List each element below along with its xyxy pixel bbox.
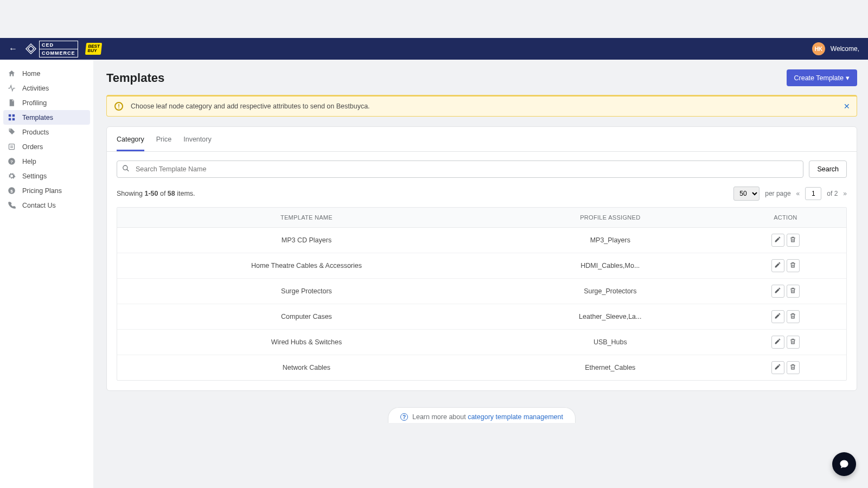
table-row: Compact Digital CamerasPoint_and_Shoot_.… bbox=[117, 381, 846, 381]
delete-button[interactable] bbox=[787, 361, 800, 374]
edit-button[interactable] bbox=[771, 361, 784, 374]
svg-line-10 bbox=[127, 170, 129, 171]
column-header: PROFILE ASSIGNED bbox=[496, 208, 725, 228]
sidebar-item-label: Templates bbox=[22, 114, 53, 121]
warning-icon: ! bbox=[114, 102, 123, 111]
svg-rect-1 bbox=[12, 114, 15, 117]
pencil-icon bbox=[774, 287, 781, 296]
sidebar-item-settings[interactable]: Settings bbox=[0, 169, 93, 183]
create-template-button[interactable]: Create Template ▾ bbox=[787, 69, 858, 86]
sidebar-item-label: Settings bbox=[22, 172, 47, 180]
avatar[interactable]: HK bbox=[812, 42, 825, 55]
edit-button[interactable] bbox=[771, 336, 784, 349]
pencil-icon bbox=[774, 312, 781, 321]
delete-button[interactable] bbox=[787, 336, 800, 349]
orders-icon bbox=[8, 143, 16, 151]
cell-profile: Leather_Sleeve,La... bbox=[496, 304, 725, 330]
tab-category[interactable]: Category bbox=[117, 136, 144, 151]
svg-rect-3 bbox=[12, 118, 15, 120]
cell-template-name: MP3 CD Players bbox=[117, 228, 496, 253]
cell-template-name: Computer Cases bbox=[117, 304, 496, 330]
sidebar-item-products[interactable]: Products bbox=[0, 125, 93, 139]
page-next-icon[interactable]: » bbox=[843, 190, 847, 197]
pencil-icon bbox=[774, 236, 781, 245]
svg-rect-0 bbox=[9, 114, 11, 117]
edit-button[interactable] bbox=[771, 234, 784, 247]
search-button[interactable]: Search bbox=[809, 160, 847, 178]
sidebar-item-label: Products bbox=[22, 129, 49, 136]
page-input[interactable] bbox=[805, 187, 821, 200]
page-prev-icon[interactable]: « bbox=[796, 190, 800, 197]
sidebar-item-activities[interactable]: Activities bbox=[0, 81, 93, 95]
edit-button[interactable] bbox=[771, 259, 784, 272]
tabs: CategoryPriceInventory bbox=[107, 127, 857, 152]
table-row: Computer CasesLeather_Sleeve,La... bbox=[117, 304, 846, 330]
sidebar-item-pricing-plans[interactable]: $Pricing Plans bbox=[0, 183, 93, 198]
delete-button[interactable] bbox=[787, 310, 800, 323]
tag-icon bbox=[8, 128, 16, 136]
phone-icon bbox=[8, 201, 16, 209]
cell-profile: MP3_Players bbox=[496, 228, 725, 253]
sidebar-item-help[interactable]: ?Help bbox=[0, 154, 93, 169]
table-row: Surge ProtectorsSurge_Protectors bbox=[117, 279, 846, 304]
tab-price[interactable]: Price bbox=[156, 136, 171, 151]
profile-icon bbox=[8, 99, 16, 107]
svg-text:?: ? bbox=[10, 159, 13, 164]
table-scroll[interactable]: TEMPLATE NAMEPROFILE ASSIGNEDACTION MP3 … bbox=[117, 207, 847, 381]
pencil-icon bbox=[774, 261, 781, 270]
search-icon bbox=[122, 165, 130, 174]
sidebar-item-home[interactable]: Home bbox=[0, 66, 93, 81]
learn-more-link[interactable]: category template management bbox=[468, 413, 563, 421]
per-page-select[interactable]: 50 bbox=[733, 187, 760, 201]
info-icon: ? bbox=[400, 413, 408, 421]
activity-icon bbox=[8, 84, 16, 92]
trash-icon bbox=[789, 261, 796, 270]
trash-icon bbox=[789, 236, 796, 245]
pencil-icon bbox=[774, 338, 781, 346]
delete-button[interactable] bbox=[787, 259, 800, 272]
svg-rect-2 bbox=[9, 118, 11, 120]
trash-icon bbox=[789, 363, 796, 372]
delete-button[interactable] bbox=[787, 234, 800, 247]
chat-fab[interactable] bbox=[832, 452, 856, 476]
search-box bbox=[117, 160, 803, 178]
create-template-label: Create Template bbox=[794, 74, 844, 82]
brand-logo-ced: CED COMMERCE bbox=[25, 41, 78, 57]
help-icon: ? bbox=[8, 157, 16, 165]
back-arrow-icon[interactable]: ← bbox=[9, 44, 17, 54]
welcome-text: Welcome, bbox=[831, 46, 859, 53]
table-row: MP3 CD PlayersMP3_Players bbox=[117, 228, 846, 253]
sidebar-item-label: Home bbox=[22, 70, 40, 78]
trash-icon bbox=[789, 287, 796, 296]
page-title: Templates bbox=[106, 71, 164, 85]
sidebar-item-label: Pricing Plans bbox=[22, 187, 62, 195]
search-input[interactable] bbox=[117, 160, 803, 178]
brand-text-top: CED bbox=[39, 41, 78, 49]
templates-card: CategoryPriceInventory Search Showing 1-… bbox=[106, 126, 857, 391]
brand-text-bottom: COMMERCE bbox=[39, 49, 78, 57]
topbar: ← CED COMMERCE BEST BUY HK Welcome, bbox=[0, 38, 868, 60]
page-of-label: of 2 bbox=[827, 190, 838, 197]
cell-template-name: Compact Digital Cameras bbox=[117, 381, 496, 381]
caret-down-icon: ▾ bbox=[846, 74, 850, 82]
sidebar-item-templates[interactable]: Templates bbox=[3, 110, 90, 125]
table-row: Wired Hubs & SwitchesUSB_Hubs bbox=[117, 330, 846, 355]
grid-icon bbox=[8, 113, 16, 121]
trash-icon bbox=[789, 338, 796, 346]
sidebar-item-label: Activities bbox=[22, 85, 49, 92]
sidebar: HomeActivitiesProfilingTemplatesProducts… bbox=[0, 60, 93, 488]
cell-profile: Surge_Protectors bbox=[496, 279, 725, 304]
delete-button[interactable] bbox=[787, 285, 800, 298]
brand-logo-bestbuy: BEST BUY bbox=[85, 43, 102, 55]
sidebar-item-profiling[interactable]: Profiling bbox=[0, 95, 93, 110]
sidebar-item-contact-us[interactable]: Contact Us bbox=[0, 198, 93, 213]
sidebar-item-label: Help bbox=[22, 158, 36, 165]
edit-button[interactable] bbox=[771, 285, 784, 298]
tab-inventory[interactable]: Inventory bbox=[183, 136, 211, 151]
pencil-icon bbox=[774, 363, 781, 372]
sidebar-item-orders[interactable]: Orders bbox=[0, 139, 93, 154]
banner-close-icon[interactable]: ✕ bbox=[844, 102, 850, 111]
trash-icon bbox=[789, 312, 796, 321]
top-spacer bbox=[0, 0, 868, 38]
edit-button[interactable] bbox=[771, 310, 784, 323]
